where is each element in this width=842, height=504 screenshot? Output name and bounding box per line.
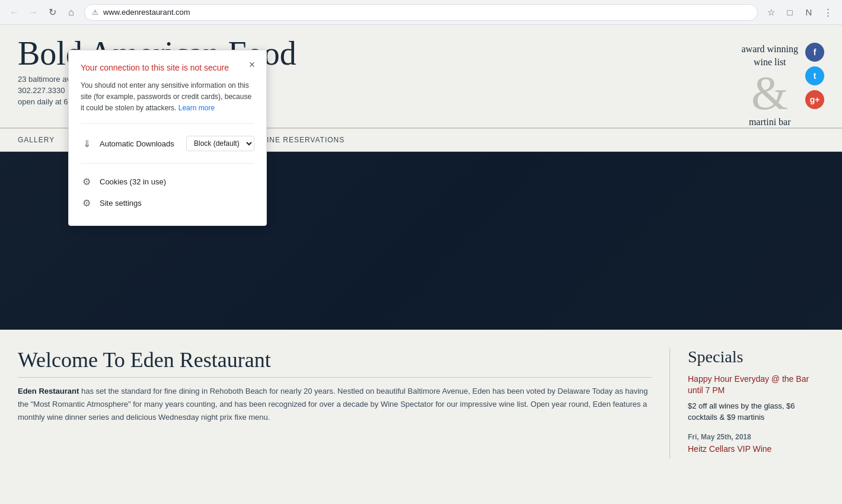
header-right: award winning wine list & martini bar f …	[741, 37, 824, 127]
website: × Your connection to this site is not se…	[0, 25, 842, 504]
welcome-title: Welcome To Eden Restaurant	[18, 347, 652, 378]
special-2-date: Fri, May 25th, 2018	[688, 433, 824, 441]
popup-divider-2	[81, 163, 254, 164]
home-button[interactable]: ⌂	[63, 4, 79, 21]
phone-text: 302.227.3330	[18, 86, 65, 95]
social-icons: f t g+	[805, 37, 824, 109]
downloads-label: Automatic Downloads	[100, 139, 179, 148]
popup-warning-title: Your connection to this site is not secu…	[81, 62, 254, 74]
twitter-icon[interactable]: t	[805, 66, 824, 85]
content-right: Specials Happy Hour Everyday @ the Bar u…	[670, 347, 824, 459]
cookies-icon: ⚙	[81, 176, 93, 187]
ampersand: &	[741, 69, 798, 117]
downloads-select[interactable]: Block (default)	[186, 136, 254, 151]
security-popup: × Your connection to this site is not se…	[68, 50, 267, 226]
url-text: www.edenrestaurant.com	[103, 8, 190, 17]
popup-warning-text: You should not enter any sensitive infor…	[81, 80, 254, 114]
back-button[interactable]: ←	[6, 4, 23, 21]
downloads-icon: ⇓	[81, 138, 93, 149]
eden-restaurant-bold: Eden Restaurant	[18, 387, 79, 395]
menu-button[interactable]: ⋮	[819, 4, 836, 21]
reload-button[interactable]: ↻	[44, 4, 60, 21]
extensions-button[interactable]: □	[782, 4, 798, 21]
martini-text: martini bar	[741, 117, 798, 127]
browser-right-icons: ☆ □ N ⋮	[763, 4, 836, 21]
lock-icon: ⚠	[92, 8, 98, 17]
welcome-text: Eden Restaurant has set the standard for…	[18, 385, 652, 424]
specials-title: Specials	[688, 347, 824, 366]
bookmark-button[interactable]: ☆	[763, 4, 779, 21]
site-settings-label: Site settings	[100, 199, 142, 208]
cookies-row[interactable]: ⚙ Cookies (32 in use)	[81, 171, 254, 192]
special-1-desc: $2 off all wines by the glass, $6 cockta…	[688, 400, 824, 423]
nav-buttons: ← → ↻ ⌂	[6, 4, 79, 21]
browser-chrome: ← → ↻ ⌂ ⚠ www.edenrestaurant.com ☆ □ N ⋮	[0, 0, 842, 25]
award-section: award winning wine list & martini bar	[741, 37, 798, 127]
downloads-setting-row[interactable]: ⇓ Automatic Downloads Block (default)	[81, 131, 254, 156]
welcome-body: has set the standard for fine dining in …	[18, 387, 648, 422]
popup-divider	[81, 123, 254, 124]
nav-gallery[interactable]: GALLERY	[18, 136, 55, 144]
site-settings-icon: ⚙	[81, 197, 93, 209]
profile-button[interactable]: N	[800, 4, 817, 21]
site-settings-row[interactable]: ⚙ Site settings	[81, 192, 254, 213]
special-2-title: Heitz Cellars VIP Wine	[688, 444, 824, 455]
cookies-label: Cookies (32 in use)	[100, 177, 166, 186]
facebook-icon[interactable]: f	[805, 43, 824, 62]
address-bar[interactable]: ⚠ www.edenrestaurant.com	[84, 4, 758, 21]
learn-more-link[interactable]: Learn more	[178, 104, 215, 112]
popup-body-text: You should not enter any sensitive infor…	[81, 81, 251, 112]
special-1-title: Happy Hour Everyday @ the Bar until 7 PM	[688, 374, 824, 397]
content-left: Welcome To Eden Restaurant Eden Restaura…	[18, 347, 670, 459]
google-plus-icon[interactable]: g+	[805, 90, 824, 109]
popup-close-button[interactable]: ×	[245, 58, 259, 72]
main-content: Welcome To Eden Restaurant Eden Restaura…	[0, 330, 842, 477]
forward-button[interactable]: →	[25, 4, 42, 21]
award-line1: award winning wine list	[741, 43, 798, 69]
